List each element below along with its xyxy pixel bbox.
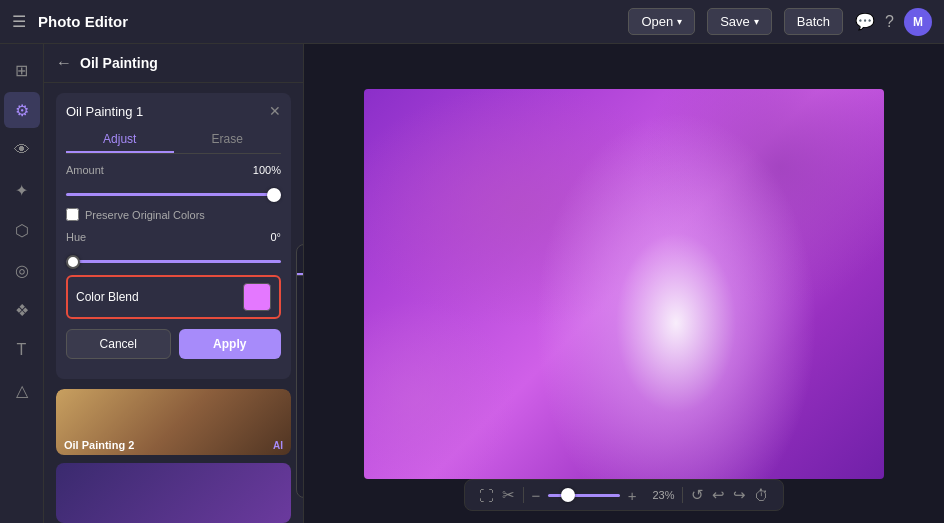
hue-value: 0° — [270, 231, 281, 243]
picker-tabs: Picker Library — [297, 245, 304, 276]
app-title: Photo Editor — [38, 13, 616, 30]
canvas-image — [364, 89, 884, 479]
zoom-value: 23% — [644, 489, 674, 501]
save-button[interactable]: Save ▾ — [707, 8, 772, 35]
left-panel: ← Oil Painting Oil Painting 1 ✕ Adjust E… — [44, 44, 304, 523]
color-blend-label: Color Blend — [76, 290, 139, 304]
tab-picker[interactable]: Picker — [297, 245, 304, 275]
horse-painting — [364, 89, 884, 479]
amount-label: Amount — [66, 164, 104, 176]
amount-value: 100% — [253, 164, 281, 176]
cancel-button[interactable]: Cancel — [66, 329, 171, 359]
preserve-checkbox[interactable] — [66, 208, 79, 221]
redo-icon[interactable]: ↪ — [733, 486, 746, 504]
save-caret: ▾ — [754, 16, 759, 27]
apply-button[interactable]: Apply — [179, 329, 282, 359]
thumbnail-1-label: Oil Painting 2 — [64, 439, 134, 451]
thumbnail-2[interactable] — [56, 463, 291, 523]
thumbnail-2-row — [56, 463, 291, 523]
fit-icon[interactable]: ⛶ — [479, 487, 494, 504]
effect-card: Oil Painting 1 ✕ Adjust Erase Amount 100… — [56, 93, 291, 379]
back-button[interactable]: ← — [56, 54, 72, 72]
sidebar-item-effects[interactable]: ⬡ — [4, 212, 40, 248]
amount-row: Amount 100% — [66, 164, 281, 176]
rotate-left-icon[interactable]: ↺ — [691, 486, 704, 504]
menu-icon[interactable]: ☰ — [12, 12, 26, 31]
crop-icon[interactable]: ✂ — [502, 486, 515, 504]
sidebar-item-adjustments[interactable]: ⚙ — [4, 92, 40, 128]
thumbnail-1[interactable]: Oil Painting 2 AI — [56, 389, 291, 455]
open-caret: ▾ — [677, 16, 682, 27]
zoom-slider[interactable] — [548, 494, 619, 497]
color-picker-popup: Picker Library ⊘ ✏ ⊞ + — [296, 244, 304, 498]
undo-icon[interactable]: ↩ — [712, 486, 725, 504]
bottom-toolbar: ⛶ ✂ − + 23% ↺ ↩ ↪ ⏱ — [464, 479, 784, 511]
chat-icon[interactable]: 💬 — [855, 12, 875, 31]
hue-slider[interactable] — [66, 260, 281, 263]
separator-1 — [523, 487, 524, 503]
color-blend-row[interactable]: Color Blend — [66, 275, 281, 319]
amount-slider[interactable] — [66, 193, 281, 196]
sidebar-item-layers[interactable]: ⊞ — [4, 52, 40, 88]
open-button[interactable]: Open ▾ — [628, 8, 695, 35]
main-layout: ⊞ ⚙ 👁 ✦ ⬡ ◎ ❖ T △ ← Oil Painting Oil Pai… — [0, 44, 944, 523]
icon-bar: ⊞ ⚙ 👁 ✦ ⬡ ◎ ❖ T △ — [0, 44, 44, 523]
effect-card-close[interactable]: ✕ — [269, 103, 281, 119]
help-icon[interactable]: ? — [885, 13, 894, 31]
canvas-area: ⛶ ✂ − + 23% ↺ ↩ ↪ ⏱ — [304, 44, 944, 523]
avatar[interactable]: M — [904, 8, 932, 36]
sidebar-item-sparkle[interactable]: ✦ — [4, 172, 40, 208]
sidebar-item-mask[interactable]: ◎ — [4, 252, 40, 288]
color-swatch[interactable] — [243, 283, 271, 311]
topbar-icons: 💬 ? M — [855, 8, 932, 36]
sidebar-item-text[interactable]: T — [4, 332, 40, 368]
tab-adjust[interactable]: Adjust — [66, 127, 174, 153]
action-buttons: Cancel Apply — [66, 329, 281, 359]
hue-row: Hue 0° — [66, 231, 281, 243]
zoom-out-icon[interactable]: − — [532, 487, 541, 504]
topbar: ☰ Photo Editor Open ▾ Save ▾ Batch 💬 ? M — [0, 0, 944, 44]
amount-slider-container — [66, 182, 281, 200]
tab-erase[interactable]: Erase — [174, 127, 282, 153]
effect-card-title: Oil Painting 1 — [66, 104, 143, 119]
effect-card-header: Oil Painting 1 ✕ — [66, 103, 281, 119]
preserve-row: Preserve Original Colors — [66, 208, 281, 221]
hue-label: Hue — [66, 231, 86, 243]
sidebar-item-objects[interactable]: ❖ — [4, 292, 40, 328]
separator-2 — [682, 487, 683, 503]
effect-tabs: Adjust Erase — [66, 127, 281, 154]
preserve-label: Preserve Original Colors — [85, 209, 205, 221]
panel-title: Oil Painting — [80, 55, 158, 71]
sidebar-item-shapes[interactable]: △ — [4, 372, 40, 408]
picker-body: ⊘ ✏ ⊞ + 100 — [297, 276, 304, 497]
sidebar-item-eye[interactable]: 👁 — [4, 132, 40, 168]
zoom-in-icon[interactable]: + — [628, 487, 637, 504]
batch-button[interactable]: Batch — [784, 8, 843, 35]
zoom-slider-wrap — [548, 494, 619, 497]
panel-header: ← Oil Painting — [44, 44, 303, 83]
thumbnail-1-ai: AI — [273, 440, 283, 451]
history-icon[interactable]: ⏱ — [754, 487, 769, 504]
hue-slider-container — [66, 249, 281, 267]
